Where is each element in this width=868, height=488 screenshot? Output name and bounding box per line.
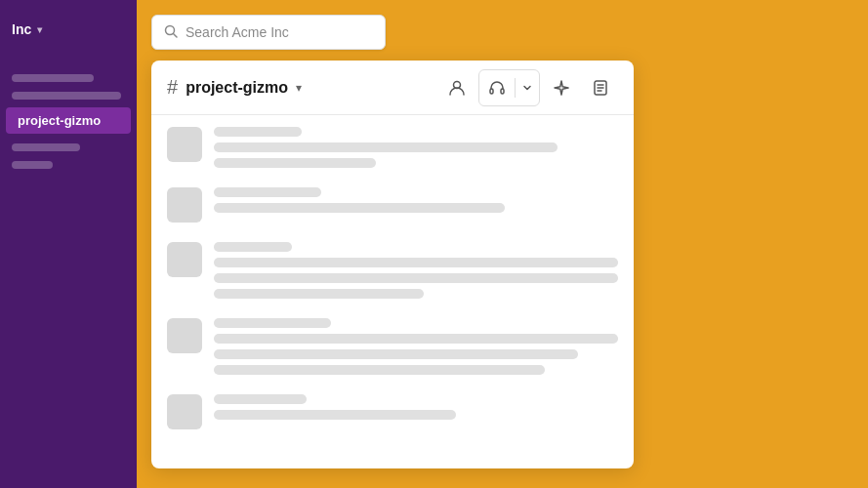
workspace-name: Inc (12, 21, 31, 37)
message-content (214, 394, 618, 420)
message-content (214, 242, 618, 299)
skeleton-name (214, 318, 331, 328)
sidebar: Inc ▾ project-gizmo (0, 0, 137, 488)
message-row (167, 318, 618, 375)
skeleton-name (214, 187, 321, 197)
avatar (167, 187, 202, 223)
skeleton-body (214, 158, 376, 168)
skeleton-body (214, 334, 618, 344)
canvas-button[interactable] (583, 70, 618, 105)
skeleton-body (214, 273, 618, 283)
messages-area[interactable] (151, 115, 634, 468)
sidebar-placeholder-3 (12, 143, 80, 151)
skeleton-name (214, 242, 292, 252)
skeleton-body (214, 142, 558, 152)
search-placeholder-text: Search Acme Inc (186, 24, 289, 40)
workspace-chevron-icon: ▾ (37, 24, 42, 35)
skeleton-body (214, 203, 505, 213)
header-actions (439, 69, 618, 106)
message-content (214, 187, 618, 213)
huddle-button-group (478, 69, 540, 106)
message-content (214, 127, 618, 168)
channel-dropdown-icon[interactable]: ▾ (296, 81, 302, 95)
avatar (167, 318, 202, 353)
sidebar-placeholder-1 (12, 74, 94, 82)
message-row (167, 394, 618, 429)
skeleton-body (214, 365, 545, 375)
headphone-button[interactable] (479, 70, 515, 105)
skeleton-body (214, 258, 618, 267)
svg-rect-4 (501, 89, 504, 94)
skeleton-body (214, 289, 424, 299)
avatar (167, 127, 202, 162)
skeleton-name (214, 394, 307, 404)
svg-rect-3 (490, 89, 493, 94)
ai-sparkle-button[interactable] (544, 70, 579, 105)
sidebar-item-label: project-gizmo (18, 113, 101, 128)
sidebar-placeholder-2 (12, 92, 121, 100)
message-row (167, 242, 618, 299)
channel-header: # project-gizmo ▾ (151, 61, 634, 115)
channel-name: project-gizmo (186, 79, 288, 97)
message-row (167, 187, 618, 223)
channel-window: # project-gizmo ▾ (151, 61, 634, 468)
skeleton-body (214, 349, 578, 359)
workspace-header[interactable]: Inc ▾ (0, 0, 137, 59)
avatar (167, 242, 202, 277)
avatar (167, 394, 202, 429)
person-button[interactable] (439, 70, 475, 105)
skeleton-name (214, 127, 302, 137)
huddle-dropdown-button[interactable] (516, 70, 539, 105)
skeleton-body (214, 410, 456, 420)
sidebar-item-project-gizmo[interactable]: project-gizmo (6, 107, 131, 134)
svg-line-1 (174, 33, 178, 37)
sidebar-placeholder-4 (12, 161, 53, 169)
search-icon (164, 24, 178, 41)
sidebar-nav: project-gizmo (0, 59, 137, 488)
channel-hash-icon: # (167, 76, 178, 99)
message-row (167, 127, 618, 168)
message-content (214, 318, 618, 375)
search-bar[interactable]: Search Acme Inc (151, 15, 386, 50)
